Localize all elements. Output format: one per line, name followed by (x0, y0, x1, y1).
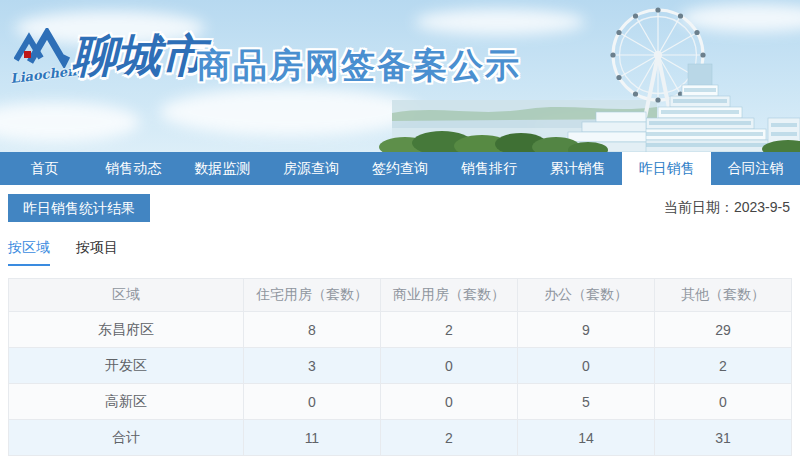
view-tab-by-project[interactable]: 按项目 (76, 239, 118, 266)
table-header-cell: 其他（套数） (654, 279, 791, 312)
table-header-cell: 商业用房（套数） (380, 279, 517, 312)
table-row: 合计1121431 (9, 420, 792, 456)
table-cell: 0 (517, 348, 654, 384)
page-head: 昨日销售统计结果 当前日期：2023-9-5 (8, 194, 792, 222)
table-row: 高新区0050 (9, 384, 792, 420)
table-cell: 8 (243, 312, 380, 348)
nav-item-3[interactable]: 数据监测 (178, 152, 267, 185)
table-cell: 0 (243, 384, 380, 420)
nav-item-6[interactable]: 销售排行 (444, 152, 533, 185)
table-cell: 0 (380, 384, 517, 420)
view-tabs: 按区域按项目 (8, 239, 792, 266)
table-body: 东昌府区82929开发区3002高新区0050合计1121431 (9, 312, 792, 456)
site-subtitle: 商品房网签备案公示 (197, 43, 521, 89)
nav-item-5[interactable]: 签约查询 (356, 152, 445, 185)
table-cell: 开发区 (9, 348, 244, 384)
table-header-cell: 住宅用房（套数） (243, 279, 380, 312)
table-cell: 高新区 (9, 384, 244, 420)
current-date: 当前日期：2023-9-5 (664, 199, 792, 217)
table-cell: 5 (517, 384, 654, 420)
nav-item-4[interactable]: 房源查询 (267, 152, 356, 185)
table-cell: 2 (380, 312, 517, 348)
table-cell: 0 (654, 384, 791, 420)
table-row: 开发区3002 (9, 348, 792, 384)
nav-item-1[interactable]: 首页 (0, 152, 89, 185)
table-cell: 11 (243, 420, 380, 456)
table-cell: 29 (654, 312, 791, 348)
table-cell: 9 (517, 312, 654, 348)
sales-table: 区域住宅用房（套数）商业用房（套数）办公（套数）其他（套数） 东昌府区82929… (8, 278, 792, 456)
table-cell: 2 (654, 348, 791, 384)
table-cell: 合计 (9, 420, 244, 456)
view-tab-by-region[interactable]: 按区域 (8, 239, 50, 266)
nav-item-9[interactable]: 合同注销 (711, 152, 800, 185)
main-content: 昨日销售统计结果 当前日期：2023-9-5 按区域按项目 区域住宅用房（套数）… (0, 194, 800, 456)
table-row: 东昌府区82929 (9, 312, 792, 348)
table-header-cell: 办公（套数） (517, 279, 654, 312)
table-cell: 14 (517, 420, 654, 456)
main-nav: 首页销售动态数据监测房源查询签约查询销售排行累计销售昨日销售合同注销 (0, 152, 800, 185)
section-title-badge: 昨日销售统计结果 (8, 194, 150, 222)
site-name: 聊城市 (72, 26, 204, 86)
table-cell: 3 (243, 348, 380, 384)
nav-item-8[interactable]: 昨日销售 (622, 152, 711, 185)
table-cell: 2 (380, 420, 517, 456)
table-cell: 31 (654, 420, 791, 456)
table-header-row: 区域住宅用房（套数）商业用房（套数）办公（套数）其他（套数） (9, 279, 792, 312)
table-cell: 0 (380, 348, 517, 384)
site-banner: Liaocheng 聊城市 商品房网签备案公示 (0, 0, 800, 152)
liaocheng-logo-icon (14, 28, 70, 68)
table-cell: 东昌府区 (9, 312, 244, 348)
nav-item-7[interactable]: 累计销售 (533, 152, 622, 185)
nav-item-2[interactable]: 销售动态 (89, 152, 178, 185)
table-header-cell: 区域 (9, 279, 244, 312)
